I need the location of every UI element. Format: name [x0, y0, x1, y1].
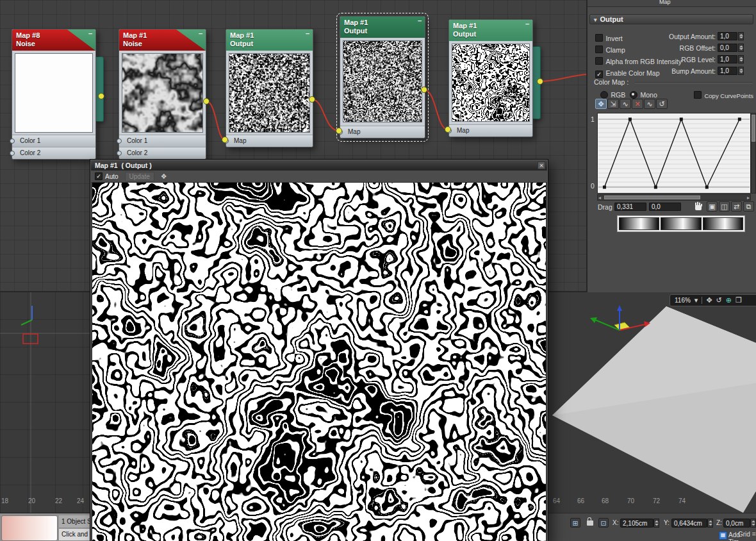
curve-vscrollbar[interactable]: [751, 113, 756, 194]
scroll-left-icon[interactable]: ◂: [598, 195, 601, 201]
slot-color1[interactable]: Color 1: [119, 135, 206, 147]
output-rollout-header[interactable]: ▾Output: [589, 14, 753, 24]
pan-hand-icon[interactable]: [694, 201, 703, 211]
input-socket[interactable]: [447, 128, 452, 133]
map-output-preview-window[interactable]: Map #1 ( Output ) ✕ ✓ Auto Update ❖: [90, 159, 548, 541]
move-point-icon[interactable]: ✥: [595, 99, 607, 109]
close-icon[interactable]: ✕: [538, 162, 545, 169]
checkbox-box[interactable]: [595, 57, 603, 65]
node-map8-noise[interactable]: Map #8Noise – Color 1 Color 2: [12, 29, 96, 160]
window-titlebar[interactable]: Map #1 ( Output ) ✕: [91, 160, 547, 171]
spinner-arrows[interactable]: [738, 44, 744, 52]
auto-checkbox[interactable]: ✓ Auto: [95, 172, 119, 180]
checkbox-box[interactable]: [595, 34, 603, 42]
viewport-left[interactable]: [0, 292, 90, 513]
z-spinner[interactable]: [750, 519, 756, 528]
orbit-icon[interactable]: ↺: [716, 296, 722, 304]
radio-circle-selected[interactable]: [630, 91, 637, 99]
slot-color2[interactable]: Color 2: [119, 147, 206, 159]
lock-icon[interactable]: [587, 520, 593, 526]
node-preview-noise[interactable]: [343, 40, 422, 122]
slot-color1[interactable]: Color 1: [12, 135, 95, 147]
minimize-icon[interactable]: –: [306, 29, 309, 37]
x-coordinate-field[interactable]: 2,105cm: [620, 519, 653, 528]
trackbar-ruler-right[interactable]: 646668707274: [548, 497, 756, 508]
smooth-curve-icon[interactable]: ∿: [644, 99, 655, 109]
maximize-icon[interactable]: ❒: [735, 296, 742, 304]
invert-checkbox[interactable]: Invert: [595, 32, 623, 44]
x-spinner[interactable]: [653, 519, 659, 528]
trackbar-ruler-left[interactable]: 18202224: [0, 497, 90, 508]
y-coordinate-field[interactable]: 0,6434cm: [671, 519, 707, 528]
pin-icon[interactable]: ❖: [161, 172, 167, 181]
minimize-icon[interactable]: –: [88, 29, 92, 37]
node-preview-blank[interactable]: [15, 53, 93, 133]
zoom-icon[interactable]: ⊕: [726, 296, 732, 304]
point-y-field[interactable]: 0,0: [649, 203, 681, 211]
output-amount-field[interactable]: 1,0: [718, 32, 737, 40]
viewport-perspective[interactable]: 116% ▾ ✥ ↺ ⊕ ❒: [548, 292, 756, 513]
slot-map[interactable]: Map: [340, 126, 425, 138]
color-map-curve-editor[interactable]: [597, 113, 751, 194]
zoom-value-icon[interactable]: ⇄: [731, 201, 742, 212]
gradient-swatch[interactable]: [1, 515, 58, 541]
node-header[interactable]: Map #1Output –: [449, 20, 532, 41]
node-map1-output-2-selected[interactable]: Map #1Output – Map: [340, 16, 425, 138]
minimize-icon[interactable]: –: [418, 17, 422, 24]
checkbox-box[interactable]: [694, 91, 702, 99]
checkbox-box-checked[interactable]: ✓: [95, 172, 103, 180]
transform-gizmo-icon[interactable]: ⊞: [570, 518, 580, 528]
add-time-label[interactable]: Add Tim: [728, 531, 737, 541]
clamp-checkbox[interactable]: Clamp: [595, 44, 625, 55]
add-point-icon[interactable]: ∿: [620, 99, 631, 109]
node-header[interactable]: Map #1Output –: [340, 17, 425, 38]
checkbox-box-checked[interactable]: ✓: [595, 71, 603, 78]
slot-map[interactable]: Map: [449, 124, 532, 137]
input-socket[interactable]: [10, 151, 15, 156]
grid-snap-icon[interactable]: ⊡: [598, 518, 609, 528]
radio-circle[interactable]: [600, 91, 608, 99]
spinner-arrows[interactable]: [738, 32, 744, 40]
node-preview-noise[interactable]: [122, 53, 203, 133]
z-coordinate-field[interactable]: 0,0cm: [723, 519, 750, 528]
copy-curvepoints-checkbox[interactable]: Copy CurvePoints: [694, 89, 753, 101]
zoom-horizontal-icon[interactable]: ◫: [719, 201, 730, 212]
slot-color2[interactable]: Color 2: [12, 147, 95, 159]
point-x-field[interactable]: 0,331: [614, 203, 646, 211]
node-output-strip[interactable]: [532, 46, 541, 119]
update-button[interactable]: Update: [125, 172, 154, 181]
input-socket[interactable]: [117, 151, 122, 156]
spinner-arrows[interactable]: [738, 67, 744, 75]
node-header[interactable]: Map #8Noise –: [12, 29, 95, 51]
rgb-offset-field[interactable]: 0,0: [718, 44, 737, 52]
spinner-arrows[interactable]: [738, 55, 744, 63]
zoom-region-icon[interactable]: ⧉: [743, 201, 754, 212]
node-map1-output-3[interactable]: Map #1Output – Map: [448, 19, 533, 137]
rgb-level-field[interactable]: 1,0: [718, 55, 737, 63]
input-socket[interactable]: [10, 138, 15, 144]
node-preview-noise[interactable]: [229, 53, 310, 133]
slot-map[interactable]: Map: [226, 135, 313, 147]
input-socket[interactable]: [224, 138, 229, 144]
delete-point-icon[interactable]: ✕: [632, 99, 643, 109]
pan-icon[interactable]: ✥: [706, 296, 712, 304]
minimize-icon[interactable]: –: [199, 29, 202, 37]
input-socket[interactable]: [338, 129, 343, 135]
curve-hscrollbar[interactable]: ◂ ▸: [597, 194, 751, 201]
add-time-tag-icon[interactable]: ▦: [719, 531, 727, 540]
node-map1-output-1[interactable]: Map #1Output – Map: [226, 29, 313, 147]
zoom-dropdown-icon[interactable]: ▾: [694, 296, 698, 304]
zoom-extents-icon[interactable]: ▣: [707, 201, 718, 212]
zoom-level[interactable]: 116%: [675, 297, 691, 304]
scale-point-icon[interactable]: ⇲: [607, 99, 619, 109]
viewport-nav-bar[interactable]: 116% ▾ ✥ ↺ ⊕ ❒: [670, 294, 756, 306]
y-spinner[interactable]: [707, 519, 713, 528]
node-header[interactable]: Map #1Noise –: [119, 29, 206, 51]
bump-amount-field[interactable]: 1,0: [718, 67, 737, 75]
scroll-right-icon[interactable]: ▸: [747, 195, 750, 201]
input-socket[interactable]: [117, 138, 122, 144]
node-map1-noise[interactable]: Map #1Noise – Color 1 Color 2: [119, 29, 206, 160]
checkbox-box[interactable]: [595, 46, 603, 53]
reset-curves-icon[interactable]: ↺: [656, 99, 668, 109]
node-preview-contour[interactable]: [452, 44, 530, 122]
